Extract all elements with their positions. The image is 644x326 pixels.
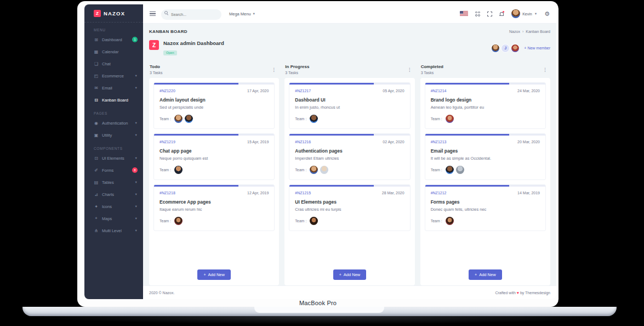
column-header-text: Completed3 Tasks xyxy=(421,64,443,75)
task-card[interactable]: #NZ121214 Mar, 2019Forms pagesDonec quam… xyxy=(425,184,546,231)
add-new-button[interactable]: +Add New xyxy=(197,269,231,280)
sidebar-item-label: Chat xyxy=(102,61,111,66)
calendar-icon: ▦ xyxy=(94,49,99,54)
task-id-link[interactable]: #NZ1212 xyxy=(431,191,447,195)
team-label: Team : xyxy=(295,219,306,223)
member-avatar[interactable]: J xyxy=(501,44,510,53)
task-card[interactable]: #NZ121424 Mar, 2020Brand logo designAene… xyxy=(425,82,546,129)
task-title: Admin layout design xyxy=(159,97,269,103)
language-flag-icon[interactable] xyxy=(460,11,468,16)
sidebar-item-calendar[interactable]: ▦Calendar xyxy=(84,46,143,58)
sidebar-item-charts[interactable]: ⊿Charts▼ xyxy=(84,188,143,200)
task-id-link[interactable]: #NZ1218 xyxy=(159,191,175,195)
column-menu-icon[interactable]: ⋮ xyxy=(270,67,278,72)
search-input[interactable] xyxy=(161,9,221,20)
breadcrumb-link-nazox[interactable]: Nazox xyxy=(509,30,520,33)
column-menu-icon[interactable]: ⋮ xyxy=(406,67,414,72)
task-team: Team : xyxy=(159,166,269,174)
app-logo[interactable]: Z NAZOX xyxy=(84,4,143,23)
task-id-link[interactable]: #NZ1216 xyxy=(295,140,311,144)
sidebar-item-chat[interactable]: ❏Chat xyxy=(84,58,143,70)
chevron-down-icon: ▼ xyxy=(253,12,255,15)
menu-badge: 1 xyxy=(132,37,138,42)
task-id-link[interactable]: #NZ1217 xyxy=(295,89,311,93)
task-card[interactable]: #NZ121915 Apr, 2019Chat app pageNeque po… xyxy=(153,133,275,180)
chevron-down-icon: ▼ xyxy=(534,12,537,15)
apps-grid-icon[interactable] xyxy=(475,12,480,16)
task-team: Team : xyxy=(295,217,404,225)
kanban-icon: ⊟ xyxy=(94,98,99,103)
task-date: 02 Apr, 2020 xyxy=(383,140,404,144)
task-description: Sed ut perspiciatis unde xyxy=(159,105,269,110)
task-id-link[interactable]: #NZ1213 xyxy=(431,140,447,144)
member-avatar xyxy=(310,115,318,123)
task-id-link[interactable]: #NZ1220 xyxy=(159,89,175,93)
team-avatars xyxy=(446,115,454,123)
task-id-link[interactable]: #NZ1219 xyxy=(159,140,175,144)
team-label: Team : xyxy=(431,168,442,172)
member-avatar[interactable] xyxy=(511,44,520,53)
task-id-link[interactable]: #NZ1214 xyxy=(431,89,447,93)
fullscreen-icon[interactable] xyxy=(487,12,492,16)
member-avatars: J xyxy=(491,44,520,53)
tables-icon: ▤ xyxy=(94,180,99,185)
member-avatar[interactable] xyxy=(491,44,500,53)
task-card[interactable]: #NZ121812 Apr, 2019Ecommerce App pagesIt… xyxy=(153,184,275,231)
mega-menu-button[interactable]: Mega Menu ▼ xyxy=(229,12,255,16)
user-avatar xyxy=(511,9,520,18)
board-header-left: Z Nazox admin Dashboard Open xyxy=(149,40,224,56)
sidebar-item-authentication[interactable]: ◉Authentication▼ xyxy=(84,117,143,129)
settings-gear-icon[interactable]: ⚙ xyxy=(544,11,550,17)
sidebar-item-ui-elements[interactable]: ⊡UI Elements▼ xyxy=(84,152,143,164)
sidebar-item-label: Email xyxy=(102,86,112,91)
sidebar-item-ecommerce[interactable]: ◰Ecommerce▼ xyxy=(84,70,143,82)
sidebar-item-dashboard[interactable]: ⊞Dashboard1 xyxy=(84,33,143,46)
plus-icon: + xyxy=(475,273,477,277)
sidebar-item-maps[interactable]: ⌖Maps▼ xyxy=(84,212,143,224)
sidebar-item-forms[interactable]: ✐Forms8 xyxy=(84,164,143,176)
footer-credit[interactable]: Crafted with ♥ by Themesdesign xyxy=(495,291,550,295)
task-card[interactable]: #NZ121602 Apr, 2020Authentication pagesI… xyxy=(289,133,410,180)
task-card[interactable]: #NZ121705 Apr, 2020Dashboard UIIn enim j… xyxy=(289,82,410,129)
task-card[interactable]: #NZ121528 Mar, 2020UI Elements pagesCras… xyxy=(289,184,410,231)
task-team: Team : xyxy=(431,217,540,225)
task-card[interactable]: #NZ122017 Apr, 2020Admin layout designSe… xyxy=(153,82,275,129)
sidebar-item-email[interactable]: ✉Email▼ xyxy=(84,82,143,94)
chevron-down-icon: ▼ xyxy=(135,86,138,89)
column-menu-icon[interactable]: ⋮ xyxy=(541,67,549,72)
chevron-down-icon: ▼ xyxy=(135,193,138,196)
breadcrumb-current: Kanban Board xyxy=(526,30,550,33)
sidebar-section-label: MENU xyxy=(84,23,143,33)
chevron-down-icon: ▼ xyxy=(135,133,138,137)
add-new-area: +Add New xyxy=(289,266,410,281)
kanban-board: Todo3 Tasks⋮#NZ122017 Apr, 2020Admin lay… xyxy=(149,63,550,285)
hamburger-menu-icon[interactable] xyxy=(150,12,156,16)
member-avatar xyxy=(310,166,318,174)
task-team: Team : xyxy=(159,217,269,225)
sidebar-item-label: Multi Level xyxy=(102,228,122,233)
board-header: Z Nazox admin Dashboard Open J + New mem… xyxy=(149,40,550,56)
add-new-button[interactable]: +Add New xyxy=(333,269,367,280)
sidebar-item-utility[interactable]: ▣Utility▼ xyxy=(84,129,143,141)
task-team: Team : xyxy=(295,166,404,174)
add-new-button[interactable]: +Add New xyxy=(469,269,502,280)
sidebar-item-multi-level[interactable]: ⋔Multi Level▼ xyxy=(84,224,143,237)
email-icon: ✉ xyxy=(94,86,99,91)
sidebar-item-tables[interactable]: ▤Tables▼ xyxy=(84,176,143,188)
notifications-bell-icon[interactable] xyxy=(499,11,504,16)
sidebar-item-label: Tables xyxy=(102,180,114,185)
sidebar-item-label: Icons xyxy=(102,204,112,209)
new-member-button[interactable]: + New member xyxy=(524,46,550,50)
task-card[interactable]: #NZ121320 Mar, 2020Email pagesIt will be… xyxy=(425,133,546,180)
task-team: Team : xyxy=(295,115,404,123)
column-header: In Progress3 Tasks⋮ xyxy=(284,63,414,78)
sidebar-item-kanban-board[interactable]: ⊟Kanban Board xyxy=(84,94,143,106)
sidebar-item-icons[interactable]: ✦Icons▼ xyxy=(84,200,143,212)
sidebar-item-label: Calendar xyxy=(102,49,118,54)
macbook-screen: Z NAZOX MENU⊞Dashboard1▦Calendar❏Chat◰Ec… xyxy=(77,1,558,307)
member-avatar xyxy=(185,115,193,123)
add-new-area: +Add New xyxy=(425,266,546,281)
user-menu[interactable]: Kevin ▼ xyxy=(511,9,537,18)
task-id-link[interactable]: #NZ1215 xyxy=(295,191,311,195)
task-date: 28 Mar, 2020 xyxy=(382,191,404,195)
